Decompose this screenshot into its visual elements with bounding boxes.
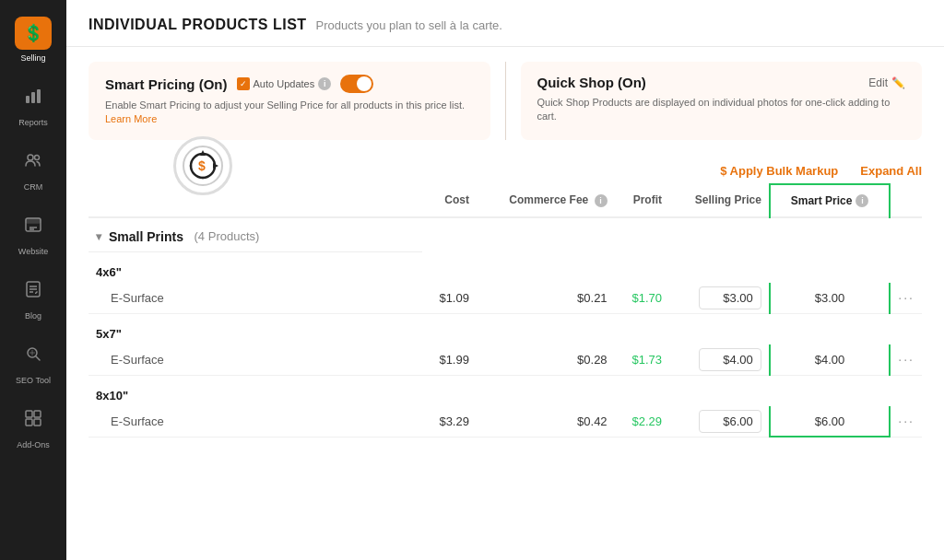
main-content: INDIVIDUAL PRODUCTS LIST Products you pl… (66, 0, 944, 560)
table-row: E-Surface $3.29 $0.42 $2.29 $6.00 ··· (88, 406, 922, 438)
commerce-fee-info-icon[interactable]: i (595, 194, 608, 207)
svg-line-14 (36, 356, 40, 360)
sidebar-label-selling: Selling (20, 53, 45, 63)
selling-price-input[interactable] (699, 286, 761, 309)
col-more (890, 184, 922, 217)
seo-icon (24, 344, 42, 368)
product-profit: $2.29 (615, 406, 669, 438)
product-profit: $1.70 (615, 283, 669, 314)
edit-icon: ✏️ (891, 76, 905, 89)
sidebar-label-seo: SEO Tool (16, 376, 51, 385)
selling-price-cell (669, 344, 770, 376)
svg-point-3 (28, 155, 33, 160)
size-header-row: 8x10" (88, 375, 922, 406)
row-more-cell: ··· (890, 283, 922, 314)
smart-price-info-icon[interactable]: i (856, 194, 868, 207)
selling-icon: 💲 (23, 23, 43, 43)
smart-pricing-card: Smart Pricing (On) ✓ Auto Updates i Enab… (88, 62, 490, 140)
logo-overlay: $ (173, 136, 232, 195)
table-area: Cost Commerce Fee i Profit Selling Price… (66, 183, 944, 560)
sidebar-item-addons[interactable]: Add-Ons (0, 394, 66, 459)
page-subtitle: Products you plan to sell à la carte. (316, 18, 502, 32)
selling-price-cell (669, 406, 770, 438)
table-row: E-Surface $1.99 $0.28 $1.73 $4.00 ··· (88, 344, 922, 376)
row-more-cell: ··· (890, 344, 922, 376)
sidebar-item-crm[interactable]: CRM (0, 136, 66, 201)
sidebar-label-crm: CRM (24, 182, 43, 192)
svg-rect-19 (26, 419, 32, 426)
row-more-button[interactable]: ··· (898, 352, 914, 367)
smart-pricing-desc: Enable Smart Pricing to adjust your Sell… (105, 99, 474, 127)
auto-updates-label: Auto Updates (254, 78, 315, 89)
sidebar-label-reports: Reports (18, 118, 48, 127)
product-name: E-Surface (88, 344, 422, 376)
products-table: Cost Commerce Fee i Profit Selling Price… (88, 183, 922, 438)
sidebar-item-reports[interactable]: Reports (0, 72, 66, 136)
group-row: ▾ Small Prints (4 Products) (88, 217, 922, 252)
col-cost: Cost (422, 184, 477, 217)
edit-link[interactable]: Edit ✏️ (868, 76, 905, 89)
col-selling-price: Selling Price (669, 184, 770, 217)
quick-shop-header: Quick Shop (On) Edit ✏️ (537, 75, 906, 90)
smart-pricing-title-row: Smart Pricing (On) ✓ Auto Updates i (105, 75, 474, 93)
table-row: E-Surface $1.09 $0.21 $1.70 $3.00 ··· (88, 283, 922, 314)
addons-icon (24, 409, 42, 432)
smart-pricing-title: Smart Pricing (On) (105, 76, 228, 92)
product-commerce-fee: $0.42 (477, 406, 615, 438)
svg-rect-2 (37, 89, 41, 103)
selling-price-input[interactable] (699, 410, 761, 433)
svg-text:$: $ (198, 158, 206, 173)
sidebar-label-website: Website (18, 247, 48, 256)
sidebar-item-website[interactable]: Website (0, 201, 66, 265)
auto-updates-info-icon[interactable]: i (318, 77, 331, 90)
quick-shop-card: Quick Shop (On) Edit ✏️ Quick Shop Produ… (521, 62, 923, 140)
auto-updates-badge: ✓ Auto Updates i (237, 77, 332, 90)
sidebar-label-blog: Blog (25, 311, 41, 321)
product-cost: $1.09 (422, 283, 477, 314)
product-commerce-fee: $0.21 (477, 283, 615, 314)
selling-price-cell (669, 283, 770, 314)
sidebar-item-selling[interactable]: 💲 Selling (0, 7, 66, 72)
svg-point-4 (35, 155, 40, 159)
quick-shop-desc: Quick Shop Products are displayed on ind… (537, 96, 906, 124)
sidebar-item-blog[interactable]: Blog (0, 265, 66, 330)
sidebar-item-seo[interactable]: SEO Tool (0, 330, 66, 394)
svg-rect-20 (34, 419, 41, 426)
row-more-button[interactable]: ··· (898, 290, 914, 305)
website-icon (24, 216, 42, 239)
svg-rect-18 (34, 411, 41, 417)
banner-divider (505, 62, 506, 140)
crm-icon (24, 151, 42, 174)
smart-pricing-toggle[interactable] (340, 75, 373, 93)
product-name: E-Surface (88, 406, 422, 438)
quick-shop-title: Quick Shop (On) (537, 75, 646, 90)
col-commerce-fee: Commerce Fee i (477, 184, 615, 217)
sidebar-label-addons: Add-Ons (17, 440, 50, 449)
apply-bulk-markup[interactable]: $ Apply Bulk Markup (720, 164, 838, 178)
size-header-row: 5x7" (88, 313, 922, 344)
col-profit: Profit (615, 184, 669, 217)
content-wrapper: $ INDIVIDUAL PRODUCTS LIST Products you … (66, 0, 944, 560)
product-profit: $1.73 (615, 344, 669, 376)
svg-rect-0 (26, 96, 30, 103)
checkbox-icon: ✓ (237, 77, 250, 90)
smart-price-cell: $6.00 (770, 406, 891, 438)
sidebar: 💲 Selling Reports (0, 0, 66, 560)
svg-rect-17 (26, 411, 32, 417)
product-cost: $3.29 (422, 406, 477, 438)
page-header: INDIVIDUAL PRODUCTS LIST Products you pl… (66, 0, 944, 47)
page-title-row: INDIVIDUAL PRODUCTS LIST Products you pl… (88, 17, 922, 33)
smart-price-cell: $3.00 (770, 283, 891, 314)
svg-rect-6 (26, 218, 41, 223)
reports-icon (24, 87, 42, 110)
edit-label: Edit (868, 76, 888, 89)
row-more-button[interactable]: ··· (898, 414, 914, 428)
col-smart-price: Smart Price i (770, 184, 891, 217)
expand-all-button[interactable]: Expand All (860, 164, 922, 178)
size-header-row: 4x6" (88, 252, 922, 283)
product-commerce-fee: $0.28 (477, 344, 615, 376)
learn-more-link[interactable]: Learn More (105, 113, 157, 124)
selling-price-input[interactable] (699, 348, 761, 371)
page-title: INDIVIDUAL PRODUCTS LIST (88, 17, 307, 33)
blog-icon (24, 280, 42, 303)
